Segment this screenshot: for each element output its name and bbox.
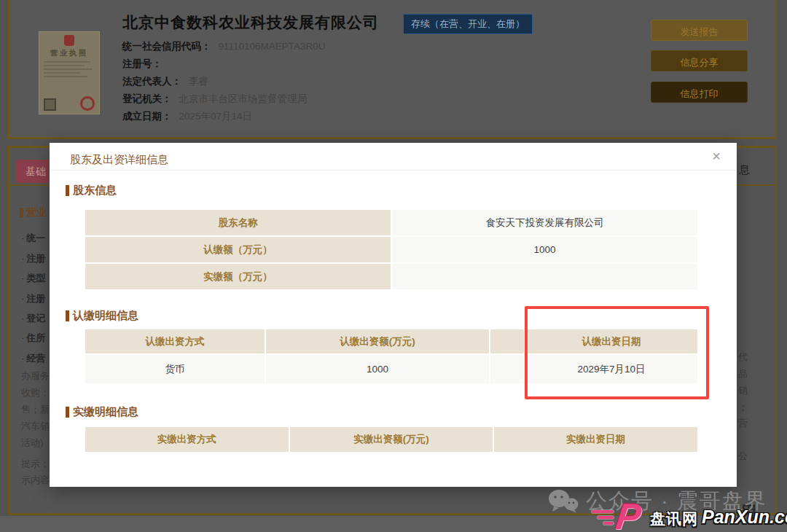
bg-nav-item: ·住所 <box>21 332 45 345</box>
panxun-logo-icon: P <box>614 496 644 532</box>
modal-title-divider <box>50 170 737 171</box>
bg-right-fragment: ； <box>738 401 748 414</box>
bg-nav-item: ·注册 <box>21 252 45 265</box>
field-reg-number: 注册号： <box>122 58 169 71</box>
bg-right-fragment: 营 <box>738 417 748 430</box>
field-establish-date: 成立日期：2025年07月14日 <box>122 110 252 123</box>
section-paid-detail: 实缴明细信息 <box>66 405 138 419</box>
site-domain-watermark: PanXun.cc <box>702 506 787 528</box>
wechat-icon <box>548 489 579 514</box>
bg-right-fragment: 代 <box>738 351 748 364</box>
table-header-row: 实缴出资方式 实缴出资额(万元) 实缴出资日期 <box>85 427 697 452</box>
send-report-button[interactable]: 发送报告 <box>651 20 748 41</box>
section-shareholder-info: 股东信息 <box>66 184 117 197</box>
info-share-button[interactable]: 信息分享 <box>651 50 748 71</box>
bg-nav-item: ·登记 <box>21 312 45 325</box>
bg-scope-line: 收购； <box>21 386 50 399</box>
bg-tip-line: 示内容 <box>21 474 50 487</box>
bg-nav-item: ·类型 <box>21 272 45 285</box>
shareholder-table: 股东名称 食安天下投资发展有限公司 认缴额（万元） 1000 实缴额（万元） <box>85 210 697 291</box>
highlight-annotation-box <box>525 306 709 399</box>
site-name-watermark: 盘讯网 <box>650 509 698 529</box>
modal-title: 股东及出资详细信息 <box>70 153 168 167</box>
logo-speed-lines <box>592 510 614 525</box>
license-title: 营业执照 <box>50 48 88 58</box>
section-bullet <box>66 185 69 196</box>
license-seal-icon <box>80 96 95 111</box>
info-print-button[interactable]: 信息打印 <box>651 82 748 103</box>
section-bullet <box>66 407 69 418</box>
field-legal-rep: 法定代表人：李睿 <box>122 75 208 88</box>
status-badge: 存续（在营、开业、在册） <box>403 14 533 34</box>
table-row: 实缴额（万元） <box>85 264 697 289</box>
field-credit-code: 统一社会信用代码：91110106MAEPTA3R0U <box>122 40 326 53</box>
field-reg-authority: 登记机关：北京市丰台区市场监督管理局 <box>122 93 307 106</box>
paid-table: 实缴出资方式 实缴出资额(万元) 实缴出资日期 <box>85 427 697 453</box>
bg-scope-line: 活动) <box>21 437 43 450</box>
section-bullet <box>66 310 69 321</box>
bg-nav-item: ·注册 <box>21 292 45 305</box>
bg-scope-line: 汽车销 <box>21 420 50 433</box>
table-row: 股东名称 食安天下投资发展有限公司 <box>85 210 697 235</box>
bg-section-heading: 营业 <box>20 206 47 219</box>
section-subscribed-detail: 认缴明细信息 <box>66 309 138 323</box>
bg-nav-item: ·统一 <box>21 232 45 245</box>
close-icon[interactable]: × <box>712 149 721 163</box>
bg-right-fragment: 销 <box>738 384 748 397</box>
tab-fragment-right[interactable]: 息 <box>739 163 750 177</box>
license-qr-code <box>44 98 56 111</box>
bg-scope-line: 售；新 <box>21 403 50 416</box>
bg-tip-line: 提示： <box>21 458 50 471</box>
national-emblem-icon <box>64 35 74 46</box>
bg-right-fragment: 品 <box>738 367 748 380</box>
business-license-thumbnail: 营业执照 <box>39 31 100 114</box>
company-name: 北京中食数科农业科技发展有限公司 <box>122 12 379 33</box>
screen: 营业执照 北京中食数科农业科技发展有限公司 存续（在营、开业、在册） 统一社会信… <box>0 0 787 532</box>
shareholder-detail-modal: 股东及出资详细信息 × 股东信息 股东名称 食安天下投资发展有限公司 认缴额（万… <box>50 143 737 487</box>
bg-scope-line: 办服务 <box>21 369 50 383</box>
table-row: 认缴额（万元） 1000 <box>85 237 697 262</box>
bg-right-fragment: 公 <box>738 450 748 463</box>
bg-nav-item: ·经营 <box>21 352 45 365</box>
